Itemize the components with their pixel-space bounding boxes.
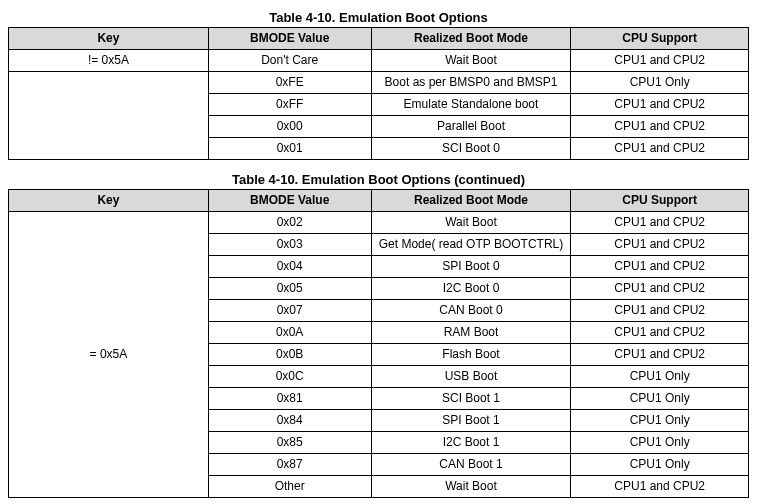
cell-mode: CAN Boot 1 (371, 454, 571, 476)
cell-bmode: 0x02 (208, 212, 371, 234)
cell-bmode: 0x0C (208, 366, 371, 388)
cell-mode: Boot as per BMSP0 and BMSP1 (371, 72, 571, 94)
cell-bmode: 0x05 (208, 278, 371, 300)
table1: Key BMODE Value Realized Boot Mode CPU S… (8, 27, 749, 160)
col-cpu: CPU Support (571, 190, 749, 212)
cell-mode: RAM Boot (371, 322, 571, 344)
cell-mode: I2C Boot 0 (371, 278, 571, 300)
cell-key (9, 94, 209, 116)
cell-cpu: CPU1 and CPU2 (571, 300, 749, 322)
cell-key: != 0x5A (9, 50, 209, 72)
cell-cpu: CPU1 Only (571, 432, 749, 454)
cell-cpu: CPU1 and CPU2 (571, 212, 749, 234)
cell-mode: SCI Boot 1 (371, 388, 571, 410)
cell-mode: SPI Boot 0 (371, 256, 571, 278)
table2: Key BMODE Value Realized Boot Mode CPU S… (8, 189, 749, 498)
cell-bmode: 0x01 (208, 138, 371, 160)
table2-caption: Table 4-10. Emulation Boot Options (cont… (8, 172, 749, 187)
cell-mode: Get Mode( read OTP BOOTCTRL) (371, 234, 571, 256)
col-cpu: CPU Support (571, 28, 749, 50)
cell-bmode: Other (208, 476, 371, 498)
cell-bmode: 0x87 (208, 454, 371, 476)
cell-mode: CAN Boot 0 (371, 300, 571, 322)
cell-bmode: 0x0A (208, 322, 371, 344)
table-row: 0xFE Boot as per BMSP0 and BMSP1 CPU1 On… (9, 72, 749, 94)
cell-key (9, 72, 209, 94)
cell-bmode: 0x84 (208, 410, 371, 432)
cell-cpu: CPU1 and CPU2 (571, 94, 749, 116)
cell-cpu: CPU1 Only (571, 410, 749, 432)
table2-header-row: Key BMODE Value Realized Boot Mode CPU S… (9, 190, 749, 212)
cell-bmode: Don't Care (208, 50, 371, 72)
table-row: 0x01 SCI Boot 0 CPU1 and CPU2 (9, 138, 749, 160)
cell-bmode: 0xFF (208, 94, 371, 116)
cell-key: = 0x5A (9, 212, 209, 498)
cell-bmode: 0x00 (208, 116, 371, 138)
cell-cpu: CPU1 and CPU2 (571, 138, 749, 160)
table-row: = 0x5A 0x02 Wait Boot CPU1 and CPU2 (9, 212, 749, 234)
cell-mode: USB Boot (371, 366, 571, 388)
table-row: != 0x5A Don't Care Wait Boot CPU1 and CP… (9, 50, 749, 72)
cell-mode: Flash Boot (371, 344, 571, 366)
cell-mode: Parallel Boot (371, 116, 571, 138)
cell-mode: Wait Boot (371, 212, 571, 234)
col-mode: Realized Boot Mode (371, 28, 571, 50)
cell-mode: Wait Boot (371, 476, 571, 498)
cell-mode: Emulate Standalone boot (371, 94, 571, 116)
cell-cpu: CPU1 and CPU2 (571, 256, 749, 278)
cell-key (9, 116, 209, 138)
cell-bmode: 0x85 (208, 432, 371, 454)
table-row: 0xFF Emulate Standalone boot CPU1 and CP… (9, 94, 749, 116)
cell-cpu: CPU1 and CPU2 (571, 344, 749, 366)
cell-bmode: 0x07 (208, 300, 371, 322)
cell-cpu: CPU1 and CPU2 (571, 278, 749, 300)
cell-bmode: 0xFE (208, 72, 371, 94)
cell-bmode: 0x0B (208, 344, 371, 366)
col-mode: Realized Boot Mode (371, 190, 571, 212)
cell-bmode: 0x04 (208, 256, 371, 278)
cell-cpu: CPU1 Only (571, 388, 749, 410)
cell-cpu: CPU1 and CPU2 (571, 116, 749, 138)
cell-mode: Wait Boot (371, 50, 571, 72)
cell-cpu: CPU1 Only (571, 72, 749, 94)
cell-key (9, 138, 209, 160)
cell-cpu: CPU1 and CPU2 (571, 50, 749, 72)
col-bmode: BMODE Value (208, 190, 371, 212)
cell-mode: SCI Boot 0 (371, 138, 571, 160)
table-row: 0x00 Parallel Boot CPU1 and CPU2 (9, 116, 749, 138)
cell-cpu: CPU1 and CPU2 (571, 476, 749, 498)
cell-cpu: CPU1 Only (571, 454, 749, 476)
col-key: Key (9, 190, 209, 212)
cell-cpu: CPU1 Only (571, 366, 749, 388)
cell-mode: SPI Boot 1 (371, 410, 571, 432)
col-key: Key (9, 28, 209, 50)
cell-cpu: CPU1 and CPU2 (571, 234, 749, 256)
cell-bmode: 0x81 (208, 388, 371, 410)
col-bmode: BMODE Value (208, 28, 371, 50)
cell-cpu: CPU1 and CPU2 (571, 322, 749, 344)
cell-mode: I2C Boot 1 (371, 432, 571, 454)
table1-caption: Table 4-10. Emulation Boot Options (8, 10, 749, 25)
table1-header-row: Key BMODE Value Realized Boot Mode CPU S… (9, 28, 749, 50)
cell-bmode: 0x03 (208, 234, 371, 256)
